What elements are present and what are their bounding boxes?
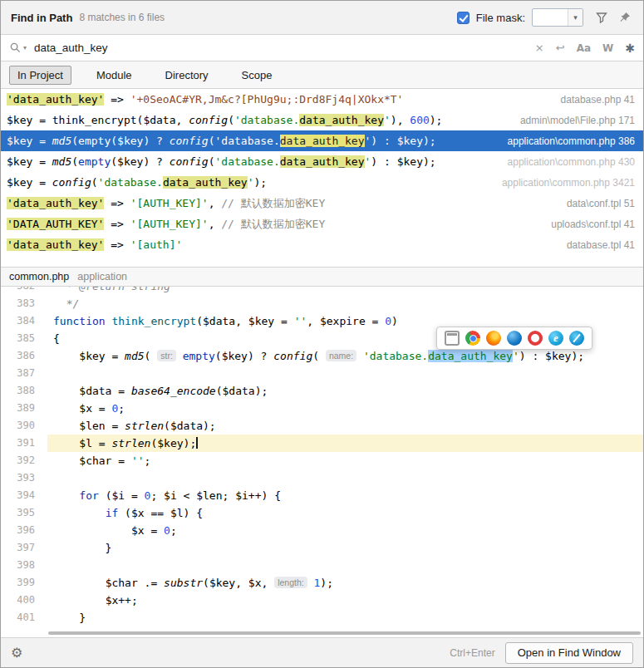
file-mask-combobox[interactable]: ▾ — [532, 8, 583, 27]
code-line[interactable]: 397 } — [1, 539, 643, 557]
clear-search-icon[interactable]: × — [535, 42, 544, 54]
result-row[interactable]: $key = think_encrypt($data, config('data… — [1, 110, 643, 130]
code-segment: $char — [79, 454, 111, 467]
code-segment — [53, 437, 79, 449]
code-segment: config — [52, 176, 91, 189]
code-segment: $data — [170, 420, 203, 432]
code-segment: => — [104, 93, 130, 106]
scope-tab-in-project[interactable]: In Project — [9, 66, 71, 85]
code-line[interactable]: 400 $x++; — [1, 592, 643, 609]
result-row[interactable]: $key = md5(empty($key) ? config('databas… — [1, 130, 643, 151]
pin-icon[interactable] — [617, 9, 633, 26]
scope-tab-module[interactable]: Module — [88, 66, 140, 85]
search-history-chevron-icon[interactable]: ▾ — [23, 44, 27, 52]
line-number: 400 — [1, 592, 47, 609]
code-line[interactable]: 388 $data = base64_encode($data); — [1, 382, 643, 400]
line-number: 392 — [1, 452, 47, 469]
match-case-toggle[interactable]: Aa — [577, 42, 591, 54]
code-line[interactable]: 396 $x = 0; — [1, 522, 643, 539]
code-segment: { — [53, 332, 60, 345]
code-line[interactable]: 382 * @return string — [1, 287, 643, 295]
result-row[interactable]: 'data_auth_key' => '+0SeoAC#YR,Jm&c?[PhU… — [1, 89, 643, 110]
firefox-icon[interactable] — [486, 331, 501, 346]
code-segment — [53, 489, 79, 502]
opera-icon[interactable] — [528, 331, 543, 346]
line-number: 398 — [1, 557, 47, 574]
line-number: 393 — [1, 469, 47, 487]
code-segment: ( — [209, 155, 215, 168]
code-segment: empty — [78, 135, 111, 147]
scope-tab-scope[interactable]: Scope — [234, 66, 281, 85]
code-line[interactable]: 387 — [1, 365, 643, 382]
code-segment: */ — [53, 297, 79, 310]
parameter-hint: str: — [157, 350, 176, 361]
scope-tab-directory[interactable]: Directory — [157, 66, 217, 85]
edge-icon[interactable] — [507, 331, 522, 346]
code-segment: $data — [79, 385, 111, 397]
code-segment: ; — [118, 402, 125, 415]
search-input[interactable]: data_auth_key — [34, 42, 108, 54]
line-number: 395 — [1, 504, 47, 522]
code-line[interactable]: 383 */ — [1, 295, 643, 312]
result-code: 'data_auth_key' => '[auth]' — [7, 238, 182, 251]
code-line[interactable]: 401 } — [1, 609, 643, 626]
regex-toggle[interactable]: ✱ — [625, 42, 635, 55]
code-text: } — [47, 609, 643, 626]
code-text: $char .= substr($key, $x, length: 1); — [47, 574, 643, 592]
safari-icon[interactable] — [569, 331, 584, 346]
code-line[interactable]: 399 $char .= substr($key, $x, length: 1)… — [1, 574, 643, 592]
result-row[interactable]: $key = md5(empty($key) ? config('databas… — [1, 151, 643, 172]
result-row[interactable]: $key = config('database.data_auth_key');… — [1, 172, 643, 193]
code-segment: $data — [203, 315, 235, 327]
insert-newline-icon[interactable]: ↩ — [556, 42, 565, 54]
whole-words-toggle[interactable]: W — [602, 42, 613, 54]
search-bar: ▾ data_auth_key × ↩ Aa W ✱ — [1, 34, 643, 61]
code-line[interactable]: 390 $len = strlen($data); — [1, 417, 643, 435]
code-text: $l = strlen($key); — [47, 435, 643, 452]
code-line[interactable]: 386 $key = md5( str: empty($key) ? confi… — [1, 347, 643, 365]
parameter-hint: length: — [274, 577, 307, 588]
code-line[interactable]: 398 — [1, 557, 643, 574]
code-segment: $key — [397, 155, 423, 168]
code-segment: base64_encode — [131, 385, 216, 397]
preview-settings-icon[interactable] — [445, 331, 460, 346]
code-segment: data_auth_key — [428, 350, 513, 362]
code-segment: 0 — [385, 315, 391, 327]
open-in-find-window-button[interactable]: Open in Find Window — [505, 642, 633, 664]
ie-icon[interactable] — [548, 331, 563, 346]
code-segment: ( — [164, 420, 170, 432]
code-segment: think_encrypt — [52, 114, 137, 126]
editor-preview[interactable]: 382 * @return string383 */384function th… — [1, 287, 643, 637]
line-number: 384 — [1, 312, 47, 330]
code-segment: , — [262, 577, 275, 589]
code-line[interactable]: 392 $char = ''; — [1, 452, 643, 469]
chevron-down-icon[interactable]: ▾ — [568, 9, 583, 26]
chrome-icon[interactable] — [465, 331, 480, 346]
code-segment: // 默认数据加密KEY — [221, 197, 325, 209]
settings-gear-icon[interactable]: ⚙ — [11, 645, 22, 661]
horizontal-scrollbar[interactable] — [48, 631, 641, 635]
result-row[interactable]: 'data_auth_key' => '[AUTH_KEY]', // 默认数据… — [1, 193, 643, 214]
code-line[interactable]: 394 for ($i = 0; $i < $len; $i++) { — [1, 487, 643, 504]
code-segment — [53, 385, 79, 397]
code-line[interactable]: 393 — [1, 469, 643, 487]
code-segment: => — [104, 238, 130, 251]
code-line[interactable]: 389 $x = 0; — [1, 400, 643, 417]
result-code: 'data_auth_key' => '[AUTH_KEY]', // 默认数据… — [7, 196, 325, 211]
result-row[interactable]: 'DATA_AUTH_KEY' => '[AUTH_KEY]', // 默认数据… — [1, 214, 643, 234]
code-segment: data_auth_key — [163, 176, 248, 189]
code-segment — [53, 454, 79, 467]
result-row[interactable]: 'data_auth_key' => '[auth]'database.tpl … — [1, 234, 643, 255]
file-mask-checkbox[interactable] — [457, 12, 469, 24]
code-segment: 'database. — [98, 176, 163, 189]
text-caret — [196, 437, 198, 449]
code-text: } — [47, 539, 643, 557]
code-text: $x = 0; — [47, 522, 643, 539]
code-line[interactable]: 391 $l = strlen($key); — [1, 435, 643, 452]
code-segment: $x — [79, 402, 92, 415]
code-segment — [53, 524, 131, 537]
filter-icon[interactable] — [593, 9, 610, 26]
code-line[interactable]: 395 if ($x == $l) { — [1, 504, 643, 522]
code-segment: = — [111, 385, 130, 397]
code-segment: $key — [79, 350, 105, 362]
